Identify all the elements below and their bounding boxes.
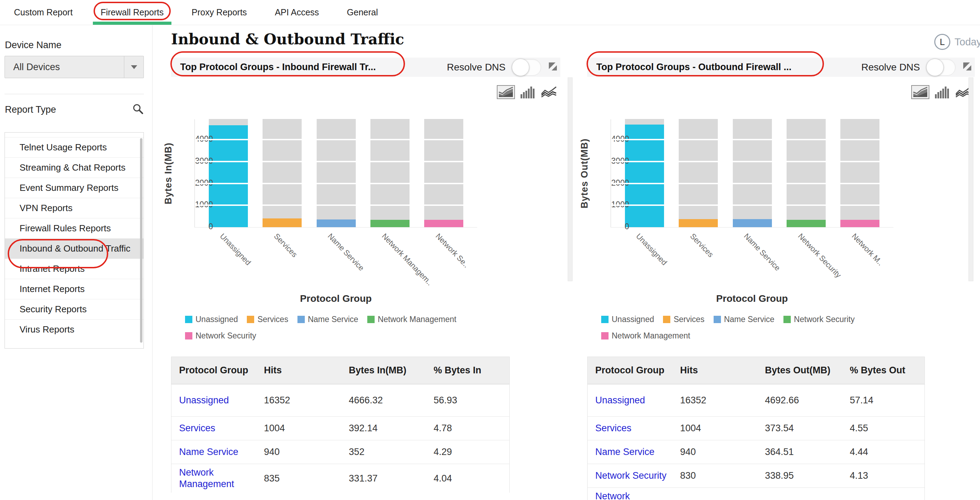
- legend-item-network-security[interactable]: Network Security: [185, 331, 256, 341]
- bar-network-security[interactable]: [787, 220, 826, 227]
- x-tick-label: Name Service: [326, 232, 366, 273]
- bar-services[interactable]: [262, 218, 302, 227]
- bar-network-management[interactable]: [371, 220, 409, 227]
- bar-unassigned[interactable]: [209, 125, 248, 227]
- gridline: [195, 139, 477, 140]
- tab-label: Custom Report: [14, 7, 73, 17]
- sidebar-divider: [5, 94, 144, 94]
- protocol-group-link[interactable]: Unassigned: [172, 392, 264, 409]
- legend-item-services[interactable]: Services: [247, 315, 288, 324]
- search-icon[interactable]: [132, 103, 144, 116]
- protocol-group-link[interactable]: Services: [587, 420, 680, 437]
- gridline: [611, 161, 893, 162]
- x-tick-label: Services: [272, 232, 299, 259]
- expand-widget-icon[interactable]: [963, 62, 971, 72]
- tab-label: Firewall Reports: [100, 7, 164, 17]
- bar-name-service[interactable]: [733, 219, 772, 227]
- sidebar-item-internet-reports[interactable]: Internet Reports: [5, 279, 143, 299]
- sidebar-item-firewall-rules-reports[interactable]: Firewall Rules Reports: [5, 218, 143, 238]
- table-row: Name Service940364.514.44: [587, 440, 924, 464]
- legend-swatch: [783, 316, 791, 323]
- table-cell: 940: [680, 447, 765, 457]
- column-header[interactable]: Protocol Group: [172, 365, 264, 376]
- sidebar-item-event-summary-reports[interactable]: Event Summary Reports: [5, 178, 143, 198]
- area-chart-icon[interactable]: [497, 85, 515, 99]
- device-select-arrow[interactable]: [124, 56, 143, 78]
- table-cell: 4.55: [850, 423, 926, 434]
- sidebar-item-telnet-usage-reports[interactable]: Telnet Usage Reports: [5, 137, 143, 157]
- legend-item-network-security[interactable]: Network Security: [783, 315, 855, 324]
- legend-item-name-service[interactable]: Name Service: [714, 315, 774, 324]
- legend-item-network-management[interactable]: Network Management: [367, 315, 456, 324]
- sidebar-item-label: Virus Reports: [19, 324, 74, 335]
- column-header[interactable]: Protocol Group: [587, 365, 680, 376]
- table-cell: 4.04: [434, 473, 509, 484]
- bar-chart-icon[interactable]: [935, 86, 950, 98]
- bar-track: [209, 119, 248, 227]
- resolve-dns-toggle[interactable]: [512, 59, 541, 76]
- legend-item-network-management[interactable]: Network Management: [601, 331, 690, 341]
- column-header[interactable]: Hits: [680, 365, 765, 376]
- tab-firewall-reports[interactable]: Firewall Reports: [89, 0, 176, 25]
- table-cell: 940: [264, 447, 349, 457]
- x-tick-label: Name Service: [742, 232, 782, 273]
- legend-item-unassigned[interactable]: Unassigned: [185, 315, 238, 324]
- column-header[interactable]: Bytes In(MB): [349, 365, 434, 376]
- column-header[interactable]: Bytes Out(MB): [765, 365, 850, 376]
- column-header[interactable]: % Bytes Out: [850, 365, 926, 376]
- column-header[interactable]: % Bytes In: [434, 365, 509, 376]
- sidebar-item-inbound-outbound-traffic[interactable]: Inbound & Outbound Traffic: [5, 238, 143, 259]
- bar-track: [679, 119, 718, 227]
- protocol-group-link[interactable]: Name Service: [587, 443, 680, 460]
- expand-widget-icon[interactable]: [549, 62, 557, 72]
- table-cell: 4.29: [434, 447, 509, 457]
- legend-item-name-service[interactable]: Name Service: [298, 315, 358, 324]
- toggle-knob: [926, 59, 944, 76]
- legend-item-services[interactable]: Services: [663, 315, 704, 324]
- column-header[interactable]: Hits: [264, 365, 349, 376]
- table-cell: 830: [680, 470, 765, 481]
- sidebar-item-label: Firewall Rules Reports: [19, 223, 111, 233]
- protocol-group-link[interactable]: Network Management: [587, 488, 680, 500]
- protocol-group-link[interactable]: Network Security: [587, 467, 680, 484]
- gridline: [195, 183, 477, 184]
- protocol-group-link[interactable]: Network Management: [172, 464, 264, 493]
- bar-name-service[interactable]: [317, 219, 356, 227]
- table-cell: 364.51: [765, 447, 850, 457]
- legend-label: Name Service: [724, 315, 774, 324]
- device-select-value: All Devices: [5, 62, 124, 73]
- table-cell: 4.78: [434, 423, 509, 434]
- panel-title: Top Protocol Groups - Inbound Firewall T…: [180, 62, 376, 73]
- widget-scrollbar[interactable]: [568, 78, 573, 281]
- sidebar-item-intranet-reports[interactable]: Intranet Reports: [5, 259, 143, 279]
- device-name-label: Device Name: [5, 40, 62, 51]
- sidebar-item-security-reports[interactable]: Security Reports: [5, 299, 143, 319]
- bar-chart-icon[interactable]: [520, 86, 535, 98]
- line-chart-icon[interactable]: [541, 86, 557, 98]
- protocol-group-link[interactable]: Unassigned: [587, 392, 680, 409]
- sidebar-item-streaming-chat-reports[interactable]: Streaming & Chat Reports: [5, 157, 143, 178]
- protocol-group-link[interactable]: Services: [172, 420, 264, 437]
- tab-custom-report[interactable]: Custom Report: [2, 0, 84, 25]
- bar-network-management[interactable]: [840, 220, 880, 227]
- y-tick-label: 0: [189, 222, 213, 231]
- widget-scrollbar[interactable]: [969, 78, 974, 281]
- bar-services[interactable]: [679, 219, 718, 227]
- list-scrollbar[interactable]: [140, 138, 142, 343]
- chart-legend: UnassignedServicesName ServiceNetwork Se…: [601, 315, 894, 341]
- bar-network-security[interactable]: [424, 220, 463, 227]
- sidebar-item-virus-reports[interactable]: Virus Reports: [5, 319, 143, 340]
- app-root: Custom ReportFirewall ReportsProxy Repor…: [0, 0, 980, 500]
- gridline: [611, 183, 893, 184]
- sidebar-item-vpn-reports[interactable]: VPN Reports: [5, 198, 143, 218]
- chart-legend: UnassignedServicesName ServiceNetwork Ma…: [185, 315, 478, 341]
- sidebar-item-label: Intranet Reports: [19, 263, 84, 274]
- toggle-knob: [512, 59, 529, 76]
- protocol-group-link[interactable]: Name Service: [172, 443, 264, 460]
- bar-track: [733, 119, 772, 227]
- device-select[interactable]: All Devices: [5, 56, 144, 78]
- legend-item-unassigned[interactable]: Unassigned: [601, 315, 654, 324]
- area-chart-icon[interactable]: [911, 85, 929, 99]
- legend-swatch: [601, 332, 609, 340]
- resolve-dns-toggle[interactable]: [926, 59, 956, 76]
